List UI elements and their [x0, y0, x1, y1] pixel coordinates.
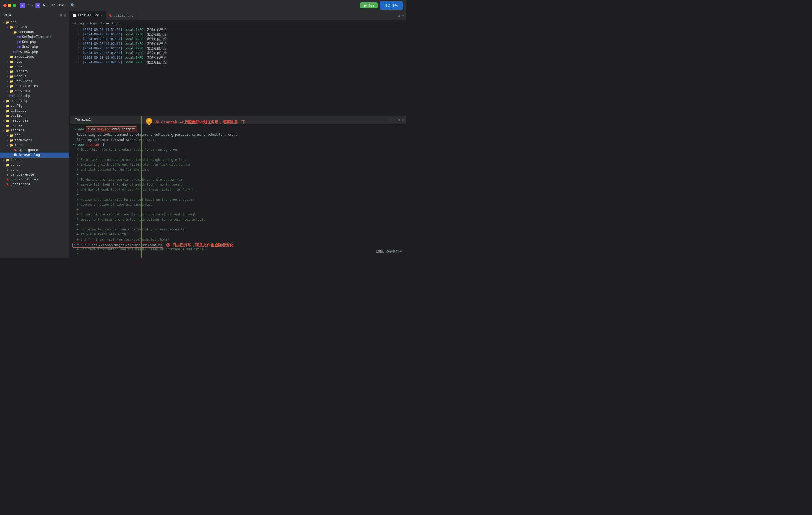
tree-item-storage_logs[interactable]: 📂logs [0, 143, 69, 148]
tree-icon-folder: 📁 [5, 119, 10, 123]
terminal-line: # [72, 252, 403, 257]
new-folder-icon[interactable]: ▤ [64, 13, 66, 18]
terminal-line: # To define the time you can provide con… [72, 177, 403, 182]
tree-item-storage_framework[interactable]: 📁framework [0, 138, 69, 143]
www-label: www [78, 127, 84, 132]
tree-label-storage_framework: framework [14, 138, 32, 142]
tree-label-storage_logs: logs [14, 143, 22, 147]
log-content[interactable]: 3[2024-09-28 15:51:50] local.INFO: 发送短信开… [69, 27, 406, 115]
tree-label-services: Services [14, 89, 30, 93]
comment-line: # [77, 172, 79, 177]
tree-item-getdatetime[interactable]: PHPGetDateTime.php [0, 35, 69, 39]
log-line: 9[2024-09-28 16:03:01] local.INFO: 发送短信开… [69, 55, 406, 60]
tree-item-storage_app[interactable]: 📁app [0, 133, 69, 138]
tree-label-sms: Sms.php [22, 40, 36, 44]
tree-item-library[interactable]: 📁Library [0, 69, 69, 74]
tree-item-tests[interactable]: 📁tests [0, 158, 69, 163]
comment-line: # [77, 252, 79, 257]
tree-icon-folder: 📁 [9, 90, 13, 93]
terminal-header-right: + ▾ ⊞ ✕ [390, 118, 404, 122]
tree-item-sms[interactable]: PHPSms.php [0, 39, 69, 45]
tree-label-config: config [11, 104, 22, 108]
comment-line: # To define the time you can provide con… [77, 177, 183, 182]
tree-item-services[interactable]: 📁Services [0, 89, 69, 94]
tree-item-jobs[interactable]: 📁Jobs [0, 64, 69, 69]
more-options-icon[interactable]: ⋯ [402, 13, 404, 18]
tree-item-app[interactable]: 📂app [0, 20, 69, 25]
tree-item-config[interactable]: 📁config [0, 104, 69, 108]
file-tree: 📂app📂Console📂CommandsPHPGetDateTime.phpP… [0, 20, 69, 187]
split-view-icon[interactable]: ⊞ [398, 13, 400, 18]
plan-button[interactable]: 计划任务 [380, 1, 403, 9]
tree-item-gitattributes[interactable]: 🔖.gitattributes [0, 177, 69, 182]
terminal-tab[interactable]: Terminal [72, 117, 94, 123]
tree-icon-git: 🔖 [13, 148, 18, 152]
tree-icon-folder: 📁 [9, 134, 13, 137]
tree-item-console[interactable]: 📂Console [0, 25, 69, 30]
new-terminal-icon[interactable]: + [390, 118, 392, 122]
maximize-button[interactable] [12, 4, 16, 7]
tree-label-env_file: .env [11, 168, 19, 172]
tree-label-database: database [11, 109, 27, 113]
chevron-down-icon[interactable]: ▾ [394, 118, 396, 122]
tree-item-user[interactable]: PHPUser.php [0, 94, 69, 98]
tree-item-database[interactable]: 📁database [0, 108, 69, 113]
tree-item-bootstrap[interactable]: 📁bootstrap [0, 98, 69, 104]
tree-item-providers[interactable]: 📁Providers [0, 79, 69, 84]
terminal-panel: 💡 ① Crontab –e后配置好计划任务后，需要重启一下 * * * * *… [69, 115, 406, 258]
new-file-icon[interactable]: ⊕ [60, 13, 62, 18]
tree-item-storage[interactable]: 📂storage [0, 128, 69, 133]
log-line: 5[2024-09-28 16:01:01] local.INFO: 发送短信开… [69, 37, 406, 41]
tree-item-env_file[interactable]: ⚙.env [0, 167, 69, 172]
tab-gitignore[interactable]: 🔖 .gitignore [106, 11, 137, 21]
tree-label-tests: tests [11, 158, 21, 162]
tree-item-kernel[interactable]: PHPKernel.php [0, 50, 69, 54]
tree-item-exceptions[interactable]: 📁Exceptions [0, 54, 69, 59]
tree-item-http[interactable]: 📁Http [0, 59, 69, 64]
terminal-content[interactable]: •→wwwsudo service cron restartRestarting… [69, 124, 406, 258]
tree-item-models[interactable]: 📁Models [0, 74, 69, 79]
terminal-line: # Output of the crontab jobs (including … [72, 212, 403, 217]
search-icon[interactable]: 🔍 [70, 3, 75, 8]
terminal-line: # indicating with different fields when … [72, 163, 403, 167]
comment-line: # [77, 222, 79, 227]
close-terminal-icon[interactable]: ✕ [402, 118, 404, 122]
comment-line: # at 5 a.m every week with: [77, 232, 128, 237]
tree-icon-folder: 📂 [5, 129, 10, 133]
comment-line: # For example, you can run a backup of y… [77, 227, 184, 232]
minimize-button[interactable] [8, 4, 11, 7]
tree-item-public[interactable]: 📁public [0, 113, 69, 118]
project-name: A All in One ▾ [35, 3, 67, 8]
comment-line: # and what command to run for the task [77, 167, 148, 172]
tree-item-resources[interactable]: 📁resources [0, 118, 69, 123]
tree-item-laravellog[interactable]: 📄laravel.log [0, 153, 69, 158]
tree-item-gitignore2[interactable]: 🔖.gitignore [0, 148, 69, 153]
chevron-down-icon[interactable]: ▾ [32, 4, 33, 7]
close-button[interactable] [3, 4, 6, 7]
tree-icon-php: PHP [13, 50, 18, 54]
terminal-line: •→wwwsudo service cron restart [72, 126, 403, 132]
tree-label-jobs: Jobs [14, 65, 22, 68]
comment-line: # email to the user the crontab file bel… [77, 217, 205, 222]
tree-item-repositories[interactable]: 📁Repositories [0, 84, 69, 89]
tree-item-env_example[interactable]: ⚙.env.example [0, 172, 69, 177]
split-terminal-icon[interactable]: ⊞ [398, 118, 400, 122]
tree-icon-folder: 📁 [5, 104, 10, 108]
tree-item-routes[interactable]: 📁routes [0, 123, 69, 128]
tree-item-gitignore[interactable]: 🔖.gitignore [0, 182, 69, 187]
comment-line: # Notice that tasks will be started base… [77, 197, 194, 202]
tree-label-models: Models [14, 75, 26, 78]
terminal-line: # m h dom mon dow command [72, 257, 403, 258]
log-file-icon: 📄 [73, 14, 76, 17]
tab-laravel-log[interactable]: 📄 laravel.log ✕ [69, 11, 106, 21]
tree-item-vendor[interactable]: 📁vendor [0, 163, 69, 167]
tree-icon-git: 🔖 [5, 178, 10, 181]
run-button[interactable]: ▶ Run [360, 2, 378, 8]
tree-label-library: Library [14, 69, 28, 74]
menu-icon[interactable]: ≡ [27, 3, 29, 8]
tree-item-sms2[interactable]: PHPSms2.php [0, 45, 69, 50]
tab-close-icon[interactable]: ✕ [100, 14, 102, 17]
comment-line: # For more information see the manual pa… [77, 247, 207, 252]
tree-icon-folder: 📁 [9, 75, 13, 78]
tree-item-commands[interactable]: 📂Commands [0, 30, 69, 35]
